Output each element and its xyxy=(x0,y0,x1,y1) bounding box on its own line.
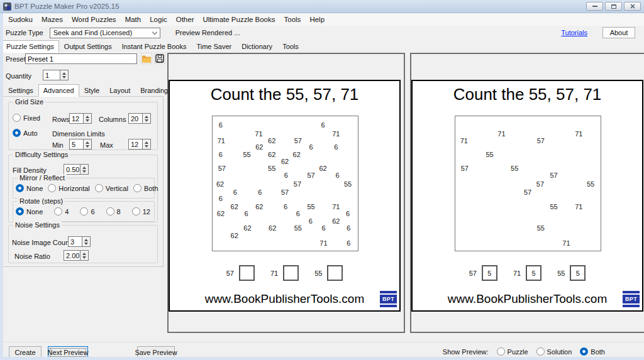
min-value[interactable]: 5 xyxy=(69,139,84,150)
answer-box: 5 xyxy=(482,265,497,281)
max-value[interactable]: 12 xyxy=(128,139,143,150)
radio-dot xyxy=(80,207,88,215)
maximize-button[interactable] xyxy=(605,2,622,11)
spinner[interactable] xyxy=(60,70,69,80)
close-button[interactable] xyxy=(624,2,641,11)
subtab-advanced[interactable]: Advanced xyxy=(38,84,79,97)
radio-show-puzzle[interactable]: Puzzle xyxy=(497,347,528,356)
menu-item-sudoku[interactable]: Sudoku xyxy=(4,14,37,25)
menu-item-ultimate-puzzle-books[interactable]: Ultimate Puzzle Books xyxy=(198,14,279,25)
noise-group: Noise Settings Noise Image Count 3 Noise… xyxy=(8,225,158,263)
spin-down-button[interactable] xyxy=(62,76,66,79)
spin-up-button[interactable] xyxy=(82,253,86,255)
menu-item-other[interactable]: Other xyxy=(172,14,199,25)
spin-up-button[interactable] xyxy=(86,141,89,144)
radio-rotate-none[interactable]: None xyxy=(16,207,43,215)
radio-fixed[interactable]: Fixed xyxy=(13,114,40,122)
preset-input[interactable] xyxy=(25,53,137,64)
spin-up-button[interactable] xyxy=(82,166,86,169)
tab-time-saver[interactable]: Time Saver xyxy=(191,40,236,53)
spin-down-button[interactable] xyxy=(84,243,88,245)
menu-item-math[interactable]: Math xyxy=(121,14,146,25)
columns-stepper[interactable]: 20 xyxy=(128,113,151,124)
number-grid: 6671717162576266655626262575562657662575… xyxy=(212,116,358,251)
quantity-value[interactable]: 1 xyxy=(43,70,60,80)
fill-density-stepper[interactable]: 0.50 xyxy=(64,164,89,175)
open-preset-button[interactable] xyxy=(141,53,152,64)
tab-dictionary[interactable]: Dictionary xyxy=(236,40,277,53)
radio-mirror-none[interactable]: None xyxy=(16,184,43,192)
grid-size-group: Grid Size Fixed Rows 12 Columns 20 Auto … xyxy=(8,102,158,150)
subtab-branding[interactable]: Branding xyxy=(135,84,173,97)
fill-density-value[interactable]: 0.50 xyxy=(64,164,80,175)
noise-count-value[interactable]: 3 xyxy=(68,236,82,247)
spin-down-button[interactable] xyxy=(86,119,89,122)
radio-rotate-8[interactable]: 8 xyxy=(106,207,121,215)
spinner[interactable] xyxy=(143,139,151,150)
tab-puzzle-settings[interactable]: Puzzle Settings xyxy=(1,40,59,53)
spinner[interactable] xyxy=(84,139,92,150)
tab-tools[interactable]: Tools xyxy=(277,40,304,53)
radio-mirror-horizontal[interactable]: Horizontal xyxy=(48,184,90,192)
radio-mirror-both[interactable]: Both xyxy=(133,184,158,192)
spinner[interactable] xyxy=(143,113,151,124)
subtab-style[interactable]: Style xyxy=(79,84,104,97)
spinner[interactable] xyxy=(82,236,91,247)
answer-group: 71 xyxy=(270,265,299,281)
menu-item-tools[interactable]: Tools xyxy=(280,14,306,25)
rows-stepper[interactable]: 12 xyxy=(69,113,92,124)
radio-label: None xyxy=(26,208,43,215)
spin-down-button[interactable] xyxy=(86,145,89,148)
grid-number: 62 xyxy=(243,224,251,232)
radio-show-solution[interactable]: Solution xyxy=(536,347,572,356)
radio-show-both[interactable]: Both xyxy=(580,347,605,356)
spinner[interactable] xyxy=(84,113,92,124)
page-footer: www.BookPublisherTools.comBPT xyxy=(170,290,399,308)
spinner[interactable] xyxy=(80,250,89,261)
tab-instant-puzzle-books[interactable]: Instant Puzzle Books xyxy=(117,40,192,53)
save-preset-button[interactable] xyxy=(154,53,165,64)
spin-up-button[interactable] xyxy=(86,116,89,118)
spin-up-button[interactable] xyxy=(62,72,66,75)
puzzle-page-puzzle: Count the 55, 57, 7166717171625762666556… xyxy=(169,80,401,312)
radio-auto[interactable]: Auto xyxy=(13,129,38,137)
menu-item-help[interactable]: Help xyxy=(305,14,329,25)
radio-mirror-vertical[interactable]: Vertical xyxy=(95,184,128,192)
subtab-layout[interactable]: Layout xyxy=(104,84,135,97)
mirror-title: Mirror / Reflect xyxy=(18,174,67,182)
about-button[interactable]: About xyxy=(602,27,635,38)
spin-down-button[interactable] xyxy=(82,170,86,173)
mirror-group: Mirror / Reflect NoneHorizontalVerticalB… xyxy=(13,178,155,199)
noise-ratio-value[interactable]: 2.00 xyxy=(64,250,80,261)
columns-value[interactable]: 20 xyxy=(128,113,143,124)
spin-down-button[interactable] xyxy=(82,256,86,259)
subtab-settings[interactable]: Settings xyxy=(3,84,38,97)
radio-rotate-4[interactable]: 4 xyxy=(54,207,69,215)
spin-up-button[interactable] xyxy=(145,141,148,144)
spinner[interactable] xyxy=(80,164,89,175)
spin-down-button[interactable] xyxy=(145,145,148,148)
max-stepper[interactable]: 12 xyxy=(128,139,151,150)
menu-item-logic[interactable]: Logic xyxy=(145,14,172,25)
menu-item-mazes[interactable]: Mazes xyxy=(37,14,67,25)
tutorials-link[interactable]: Tutorials xyxy=(561,29,587,36)
puzzle-type-select[interactable]: Seek and Find (Licensed) xyxy=(50,28,160,38)
menu-item-word-puzzles[interactable]: Word Puzzles xyxy=(67,14,121,25)
answer-label: 71 xyxy=(513,270,521,277)
quantity-stepper[interactable]: 1 xyxy=(43,70,69,80)
noise-ratio-stepper[interactable]: 2.00 xyxy=(64,250,89,261)
minimize-icon xyxy=(592,6,597,7)
spin-up-button[interactable] xyxy=(84,239,88,241)
spin-down-button[interactable] xyxy=(145,119,148,122)
min-stepper[interactable]: 5 xyxy=(69,139,92,150)
noise-count-stepper[interactable]: 3 xyxy=(68,236,91,247)
minimize-button[interactable] xyxy=(586,2,603,11)
radio-rotate-6[interactable]: 6 xyxy=(80,207,94,215)
tab-output-settings[interactable]: Output Settings xyxy=(59,40,117,53)
rows-value[interactable]: 12 xyxy=(69,113,84,124)
spin-up-button[interactable] xyxy=(145,116,148,118)
radio-rotate-12[interactable]: 12 xyxy=(132,207,150,215)
preset-label: Preset xyxy=(6,55,26,63)
logo-bar xyxy=(623,305,640,307)
logo-text: BPT xyxy=(380,295,397,303)
